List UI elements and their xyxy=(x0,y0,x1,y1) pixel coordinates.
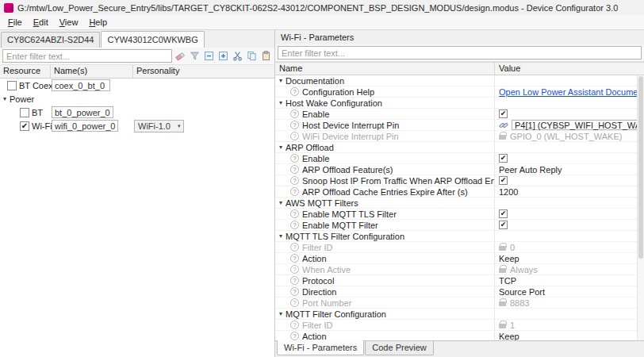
param-row: ?When ActiveAlways xyxy=(275,264,644,275)
device-tab[interactable]: CY8C624ABZI-S2D44 xyxy=(1,32,100,48)
help-icon[interactable]: ? xyxy=(290,265,299,274)
param-label: Protocol xyxy=(302,276,334,286)
group-label: Power xyxy=(10,94,34,104)
expand-all-icon[interactable] xyxy=(217,50,229,62)
column-header-personality[interactable]: Personality xyxy=(133,65,274,78)
menu-help[interactable]: Help xyxy=(83,16,113,29)
help-icon[interactable]: ? xyxy=(290,154,299,163)
paste-icon[interactable] xyxy=(259,50,272,62)
param-label: Filter ID xyxy=(302,321,333,330)
menu-file[interactable]: File xyxy=(2,16,28,29)
value-text[interactable]: Keep xyxy=(499,254,519,263)
collapse-icon[interactable]: ▾ xyxy=(3,96,6,102)
parameters-panel: Wi-Fi - Parameters Name Value ▾Documenta… xyxy=(275,30,644,357)
value-checkbox[interactable] xyxy=(499,221,508,229)
help-icon[interactable]: ? xyxy=(290,276,299,285)
resource-label: BT xyxy=(32,108,43,117)
collapse-icon[interactable]: ▾ xyxy=(279,78,282,84)
resource-checkbox[interactable] xyxy=(7,81,17,90)
doc-link[interactable]: Open Low Power Assistant Documentation xyxy=(499,87,644,97)
column-header-resource[interactable]: Resource xyxy=(0,65,51,78)
resource-checkbox[interactable] xyxy=(20,121,29,131)
bottom-tabbar: Wi-Fi - ParametersCode Preview xyxy=(275,340,644,357)
column-header-names[interactable]: Name(s) xyxy=(51,65,133,78)
collapse-icon[interactable]: ▾ xyxy=(279,200,282,206)
collapse-all-icon[interactable] xyxy=(202,50,215,62)
help-icon[interactable]: ? xyxy=(290,132,299,140)
help-icon[interactable]: ? xyxy=(290,209,299,218)
value-checkbox[interactable] xyxy=(499,209,508,218)
device-tab[interactable]: CYW43012C0WKWBG xyxy=(101,31,204,48)
param-section-row: ▾Documentation xyxy=(275,75,644,86)
value-text[interactable]: Keep xyxy=(499,332,519,341)
param-label: Snoop Host IP From Traffic When ARP Offl… xyxy=(302,176,495,186)
help-icon[interactable]: ? xyxy=(290,121,299,129)
value-text: 1 xyxy=(510,321,515,330)
param-row: ?Configuration HelpOpen Low Power Assist… xyxy=(275,86,644,98)
resource-filter-input[interactable] xyxy=(2,49,172,63)
help-icon[interactable]: ? xyxy=(290,321,299,329)
param-label: Enable MQTT Filter xyxy=(302,221,378,230)
vertical-scrollbar[interactable] xyxy=(637,75,644,340)
main-area: CY8C624ABZI-S2D44CYW43012C0WKWBG xyxy=(0,30,644,357)
lock-icon xyxy=(499,268,506,273)
value-text[interactable]: TCP xyxy=(499,276,516,286)
resource-row: Wi-Fiwifi_0_power_0WiFi-1.0▾ xyxy=(0,119,274,132)
collapse-icon[interactable]: ▾ xyxy=(279,311,282,317)
param-table-header: Name Value xyxy=(275,62,644,75)
param-row: ?ActionKeep xyxy=(275,253,644,264)
help-icon[interactable]: ? xyxy=(290,187,299,196)
menu-view[interactable]: View xyxy=(54,16,84,29)
filter-icon[interactable] xyxy=(188,50,201,62)
column-header-value[interactable]: Value xyxy=(495,63,644,75)
value-text[interactable]: Source Port xyxy=(499,287,545,297)
param-label: Enable xyxy=(302,154,329,163)
value-checkbox[interactable] xyxy=(499,109,508,118)
bottom-tab[interactable]: Wi-Fi - Parameters xyxy=(277,340,364,355)
param-row: ?ARP Offload Cache Entries Expire After … xyxy=(275,186,644,198)
param-section-row: ▾ARP Offload xyxy=(275,142,644,153)
app-icon xyxy=(4,3,13,13)
help-icon[interactable]: ? xyxy=(290,332,299,340)
value-checkbox[interactable] xyxy=(499,154,508,163)
lock-icon xyxy=(499,246,506,251)
resource-name-input[interactable]: coex_0_bt_0 xyxy=(52,79,110,91)
help-icon[interactable]: ? xyxy=(290,165,299,174)
window-title: G:/mtw/Low_Power_Secure_Entry5/libs/TARG… xyxy=(17,3,618,13)
collapse-icon[interactable]: ▾ xyxy=(279,144,282,151)
param-label: Action xyxy=(302,254,327,263)
value-checkbox[interactable] xyxy=(499,176,508,185)
help-icon[interactable]: ? xyxy=(290,254,299,263)
help-icon[interactable]: ? xyxy=(290,109,299,118)
resource-checkbox[interactable] xyxy=(20,108,29,117)
help-icon[interactable]: ? xyxy=(290,87,299,96)
help-icon[interactable]: ? xyxy=(290,298,299,307)
param-row: ?Filter ID1 xyxy=(275,320,644,331)
bottom-tab[interactable]: Code Preview xyxy=(365,341,433,355)
clear-filter-icon[interactable] xyxy=(174,50,186,62)
pin-value-input[interactable]: P4[1] (CYBSP_WIFI_HOST_WAKE) xyxy=(512,120,644,130)
menu-bar: FileEditViewHelp xyxy=(0,15,644,30)
column-header-name[interactable]: Name xyxy=(275,63,495,75)
help-icon[interactable]: ? xyxy=(290,176,299,185)
help-icon[interactable]: ? xyxy=(290,243,299,251)
resource-name-input[interactable]: wifi_0_power_0 xyxy=(52,120,118,132)
collapse-icon[interactable]: ▾ xyxy=(279,233,282,240)
personality-select[interactable]: WiFi-1.0▾ xyxy=(134,120,184,132)
section-label: ARP Offload xyxy=(286,143,334,152)
param-filter-input[interactable] xyxy=(278,46,642,60)
param-label: ARP Offload Cache Entries Expire After (… xyxy=(302,187,468,197)
cut-icon[interactable] xyxy=(231,50,243,62)
menu-edit[interactable]: Edit xyxy=(28,16,54,29)
copy-icon[interactable] xyxy=(245,50,258,62)
resource-name-input[interactable]: bt_0_power_0 xyxy=(52,106,113,118)
param-section-row: ▾Host Wake Configuration xyxy=(275,98,644,109)
scrollbar-thumb[interactable] xyxy=(638,76,643,259)
help-icon[interactable]: ? xyxy=(290,221,299,229)
help-icon[interactable]: ? xyxy=(290,287,299,296)
value-text[interactable]: 1200 xyxy=(499,187,518,197)
collapse-icon[interactable]: ▾ xyxy=(279,100,282,106)
param-table: ▾Documentation?Configuration HelpOpen Lo… xyxy=(275,75,644,340)
value-text[interactable]: Peer Auto Reply xyxy=(499,165,562,175)
value-text: GPIO_0 (WL_HOST_WAKE) xyxy=(510,132,622,141)
